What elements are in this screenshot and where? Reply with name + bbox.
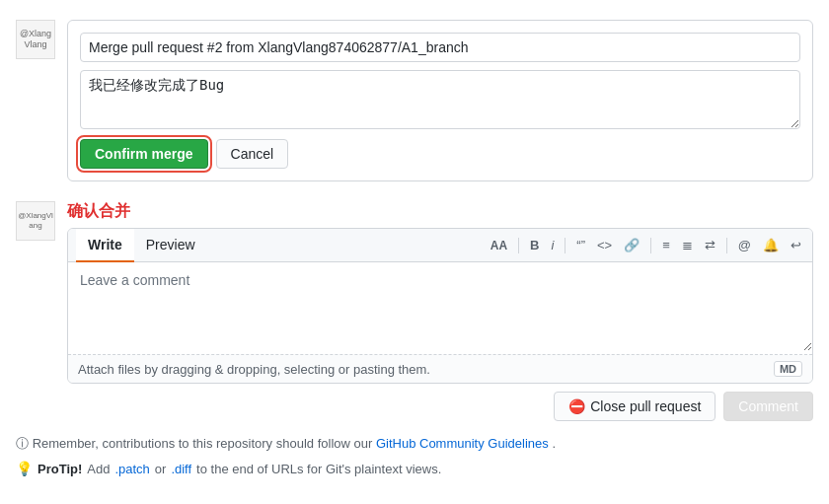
- protip-label: ProTip!: [38, 462, 82, 476]
- diff-link[interactable]: .diff: [171, 462, 191, 476]
- comment-footer: ⛔ Close pull request Comment: [67, 392, 813, 421]
- mention-icon[interactable]: @: [735, 236, 754, 254]
- toolbar-separator-2: [565, 238, 565, 253]
- confirm-merge-button[interactable]: Confirm merge: [80, 139, 208, 169]
- toolbar-icons: AA B i “” <> 🔗 ≡ ≣ ⇄ @ 🔔: [488, 232, 804, 258]
- protip-bar: 💡 ProTip! Add .patch or .diff to the end…: [0, 457, 829, 486]
- bold-icon[interactable]: B: [527, 236, 542, 254]
- markdown-badge: MD: [774, 361, 802, 377]
- quote-icon[interactable]: “”: [573, 236, 588, 254]
- tabs-left: Write Preview: [76, 229, 207, 261]
- lightbulb-icon: 💡: [16, 461, 33, 476]
- community-guidelines-link[interactable]: GitHub Community Guidelines: [376, 436, 549, 451]
- stop-icon: ⛔: [568, 398, 585, 414]
- code-icon[interactable]: <>: [594, 236, 615, 254]
- merge-form: <span data-bind="merge_section.message_i…: [67, 20, 813, 181]
- toolbar-separator-4: [726, 238, 727, 253]
- reply-icon[interactable]: ↩: [788, 236, 804, 254]
- patch-link[interactable]: .patch: [114, 462, 149, 476]
- reference-icon[interactable]: 🔔: [760, 236, 782, 254]
- comment-section: @XlangVlang 确认合并 Write Preview AA B i: [0, 195, 829, 427]
- info-suffix: .: [552, 436, 556, 451]
- avatar: @XlangVlang: [16, 20, 55, 59]
- task-list-icon[interactable]: ⇄: [702, 236, 718, 254]
- info-icon: ⓘ: [16, 436, 29, 451]
- comment-editor: Write Preview AA B i “” <> 🔗 ≡: [67, 228, 813, 384]
- toolbar-separator-3: [650, 238, 651, 253]
- comment-textarea[interactable]: [68, 262, 812, 351]
- protip-suffix: to the end of URLs for Git's plaintext v…: [196, 462, 441, 476]
- comment-button[interactable]: Comment: [723, 392, 813, 421]
- merge-actions: Confirm merge Cancel: [80, 139, 800, 169]
- tab-preview[interactable]: Preview: [134, 229, 207, 262]
- info-text: Remember, contributions to this reposito…: [33, 436, 373, 451]
- unordered-list-icon[interactable]: ≡: [659, 236, 673, 254]
- commenter-avatar: @XlangVlang: [16, 201, 55, 241]
- header-icon[interactable]: AA: [488, 237, 510, 254]
- merge-section: @XlangVlang <span data-bind="merge_secti…: [0, 10, 829, 191]
- tab-write[interactable]: Write: [76, 229, 134, 262]
- cancel-button[interactable]: Cancel: [216, 139, 289, 169]
- attach-text: Attach files by dragging & dropping, sel…: [78, 362, 430, 377]
- merge-title-input[interactable]: [80, 33, 800, 62]
- toolbar-separator-1: [518, 238, 519, 253]
- confirm-merge-label: 确认合并: [67, 201, 813, 222]
- page-wrapper: @XlangVlang <span data-bind="merge_secti…: [0, 0, 829, 496]
- close-pr-label: Close pull request: [590, 398, 701, 414]
- info-bar: ⓘ Remember, contributions to this reposi…: [0, 427, 829, 457]
- protip-text: Add: [87, 462, 110, 476]
- ordered-list-icon[interactable]: ≣: [679, 236, 696, 254]
- close-pull-request-button[interactable]: ⛔ Close pull request: [554, 392, 716, 421]
- protip-or: or: [155, 462, 167, 476]
- italic-icon[interactable]: i: [548, 236, 557, 254]
- link-icon[interactable]: 🔗: [621, 236, 642, 254]
- comment-tabs: Write Preview AA B i “” <> 🔗 ≡: [68, 229, 812, 262]
- merge-message-input[interactable]: <span data-bind="merge_section.message_i…: [80, 70, 800, 129]
- comment-box: 确认合并 Write Preview AA B i “” <>: [67, 201, 813, 421]
- attach-bar: Attach files by dragging & dropping, sel…: [68, 354, 812, 383]
